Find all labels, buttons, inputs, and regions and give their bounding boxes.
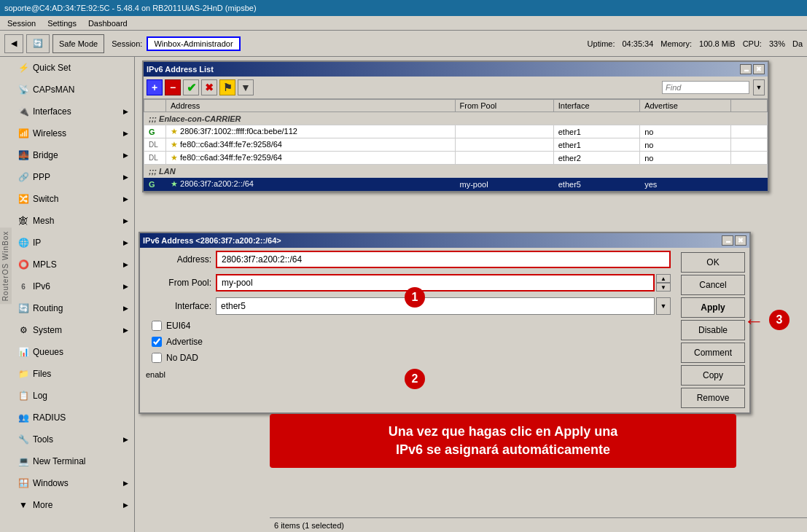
copy-button[interactable]: Copy	[681, 365, 745, 386]
sidebar-item-files[interactable]: 📁 Files	[12, 363, 134, 385]
sidebar-item-interfaces[interactable]: 🔌 Interfaces	[12, 101, 134, 122]
ok-button[interactable]: OK	[681, 252, 745, 273]
from-pool-label: From Pool:	[146, 278, 211, 288]
col-interface[interactable]: Interface	[553, 100, 639, 112]
find-dropdown-arrow[interactable]: ▼	[753, 79, 765, 95]
detail-close-button[interactable]: ✖	[735, 235, 746, 246]
col-address[interactable]: Address	[166, 100, 456, 112]
sidebar-item-routing[interactable]: 🔄 Routing	[12, 297, 134, 319]
advertise-checkbox[interactable]	[152, 337, 162, 347]
row-interface: ether1	[553, 138, 639, 152]
sidebar-label-mpls: MPLS	[33, 259, 57, 270]
col-advertise[interactable]: Advertise	[640, 100, 731, 112]
sidebar-item-log[interactable]: 📋 Log	[12, 385, 134, 407]
address-input[interactable]	[216, 251, 671, 268]
detail-minimize-button[interactable]: 🗕	[722, 235, 733, 246]
row-extra	[731, 178, 768, 191]
sidebar-item-more[interactable]: ▼ More	[12, 494, 134, 516]
row-interface: ether5	[553, 178, 639, 191]
menu-session[interactable]: Session	[3, 17, 40, 29]
ipv6-list-minimize-button[interactable]: 🗕	[740, 64, 752, 74]
col-from-pool[interactable]: From Pool	[455, 100, 553, 112]
row-flag: DL	[144, 138, 166, 152]
sidebar-item-capsman[interactable]: 📡 CAPsMAN	[12, 79, 134, 101]
sidebar-item-windows[interactable]: 🪟 Windows	[12, 472, 134, 494]
sidebar-label-ipv6: IPv6	[33, 281, 50, 292]
log-icon: 📋	[17, 390, 29, 402]
ipv6-list-window: IPv6 Address List 🗕 ✖ + − ✔ ✖ ⚑ ▼ ▼	[142, 60, 769, 192]
row-pool	[455, 125, 553, 138]
sidebar-item-ppp[interactable]: 🔗 PPP	[12, 166, 134, 188]
circle-3: 3	[769, 310, 790, 330]
address-row: Address:	[140, 248, 677, 271]
menu-settings[interactable]: Settings	[43, 17, 81, 29]
windows-icon: 🪟	[17, 477, 29, 489]
remove-button[interactable]: −	[165, 79, 181, 95]
table-row[interactable]: DL ★ fe80::c6ad:34ff:fe7e:9258/64 ether1…	[144, 138, 768, 152]
sidebar-item-ip[interactable]: 🌐 IP	[12, 232, 134, 254]
sidebar-item-switch[interactable]: 🔀 Switch	[12, 188, 134, 210]
find-input[interactable]	[662, 81, 749, 94]
sidebar-item-bridge[interactable]: 🌉 Bridge	[12, 144, 134, 166]
table-row[interactable]: G ★ 2806:3f7:1002::ffff:f0ca:bebe/112 et…	[144, 125, 768, 138]
sidebar-item-quick-set[interactable]: ⚡ Quick Set	[12, 57, 134, 79]
sidebar-label-system: System	[33, 325, 62, 335]
advertise-row: Advertise	[140, 334, 677, 350]
tools-icon: 🔧	[17, 434, 29, 445]
row-advertise: no	[640, 138, 731, 152]
table-row[interactable]: DL ★ fe80::c6ad:34ff:fe7e:9259/64 ether2…	[144, 152, 768, 165]
interface-select-container: ▼	[216, 297, 671, 315]
cancel-button[interactable]: Cancel	[681, 275, 745, 295]
interface-input[interactable]	[216, 297, 655, 315]
enable-button[interactable]: ✔	[183, 79, 199, 95]
col-flags[interactable]	[144, 100, 166, 112]
ipv6-detail-title-text: IPv6 Address <2806:3f7:a200:2::/64>	[143, 236, 720, 245]
apply-button[interactable]: Apply	[681, 297, 745, 318]
sidebar-item-system[interactable]: ⚙ System	[12, 319, 134, 341]
filter-button[interactable]: ▼	[238, 79, 254, 95]
menu-dashboard[interactable]: Dashboard	[84, 17, 132, 29]
safe-mode-button[interactable]: Safe Mode	[52, 34, 104, 53]
sidebar-item-ipv6[interactable]: 6 IPv6	[12, 275, 134, 297]
from-pool-up-button[interactable]: ▲	[656, 274, 671, 283]
eui64-row: EUI64	[140, 318, 677, 334]
cpu-value: 33%	[769, 39, 785, 48]
back-button[interactable]: ◀	[4, 34, 23, 53]
from-pool-input[interactable]	[216, 274, 655, 292]
enabled-label: enabl	[146, 370, 165, 379]
circle-1: 1	[405, 287, 425, 308]
sidebar-label-wireless: Wireless	[33, 128, 66, 138]
sidebar-label-files: Files	[33, 369, 51, 379]
interface-dropdown-arrow[interactable]: ▼	[656, 297, 671, 315]
sidebar-label-bridge: Bridge	[33, 150, 58, 160]
interfaces-icon: 🔌	[17, 106, 29, 117]
sidebar-item-radius[interactable]: 👥 RADIUS	[12, 407, 134, 429]
eui64-checkbox[interactable]	[152, 321, 162, 331]
ipv6-list-close-button[interactable]: ✖	[753, 64, 765, 74]
sidebar-item-new-terminal[interactable]: 💻 New Terminal	[12, 450, 134, 472]
row-flag: DL	[144, 152, 166, 165]
ip-icon: 🌐	[17, 237, 29, 249]
sidebar-item-queues[interactable]: 📊 Queues	[12, 341, 134, 363]
add-button[interactable]: +	[147, 79, 163, 95]
sidebar-label-queues: Queues	[33, 347, 63, 357]
nodad-label: No DAD	[166, 353, 198, 363]
row-advertise: no	[640, 152, 731, 165]
sidebar-item-tools[interactable]: 🔧 Tools	[12, 429, 134, 450]
disable-button[interactable]: Disable	[681, 320, 745, 340]
sidebar-item-wireless[interactable]: 📶 Wireless	[12, 122, 134, 144]
sidebar-item-mesh[interactable]: 🕸 Mesh	[12, 210, 134, 232]
from-pool-down-button[interactable]: ▼	[656, 283, 671, 292]
row-address: ★ fe80::c6ad:34ff:fe7e:9258/64	[166, 138, 456, 152]
table-row[interactable]: G ★ 2806:3f7:a200:2::/64 my-pool ether5 …	[144, 178, 768, 191]
col-extra[interactable]	[731, 100, 768, 112]
comment-button[interactable]: Comment	[681, 343, 745, 363]
remove-button[interactable]: Remove	[681, 388, 745, 408]
flag-button[interactable]: ⚑	[219, 79, 235, 95]
row-pool	[455, 152, 553, 165]
disable-button[interactable]: ✖	[201, 79, 217, 95]
sidebar-item-mpls[interactable]: ⭕ MPLS	[12, 254, 134, 275]
forward-button[interactable]: 🔄	[26, 34, 50, 53]
title-text: soporte@C4:AD:34:7E:92:5C - 5.48.4 on RB…	[4, 4, 803, 12]
nodad-checkbox[interactable]	[152, 353, 162, 363]
